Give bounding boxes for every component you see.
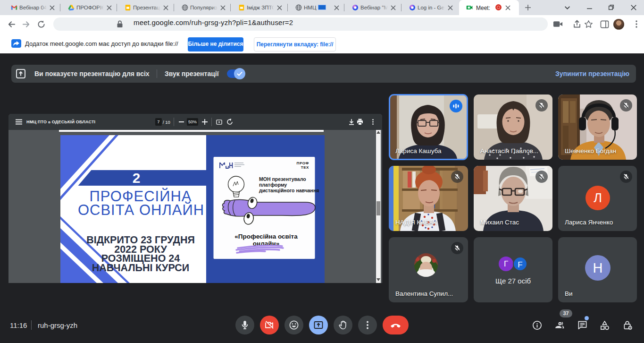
svg-text:«Професійна освіта: «Професійна освіта: [234, 233, 298, 240]
svg-text:МОН презентувало: МОН презентувало: [259, 176, 306, 182]
svg-text:дистанційного навчання: дистанційного навчання: [259, 188, 319, 193]
svg-text:ОСВІТА ОНЛАЙН: ОСВІТА ОНЛАЙН: [78, 201, 204, 218]
svg-text:ТЕХ: ТЕХ: [301, 165, 309, 170]
svg-text:НАВЧАЛЬНІ КУРСИ: НАВЧАЛЬНІ КУРСИ: [92, 262, 190, 274]
svg-text:платформу: платформу: [259, 182, 287, 188]
svg-text:2: 2: [133, 170, 141, 186]
